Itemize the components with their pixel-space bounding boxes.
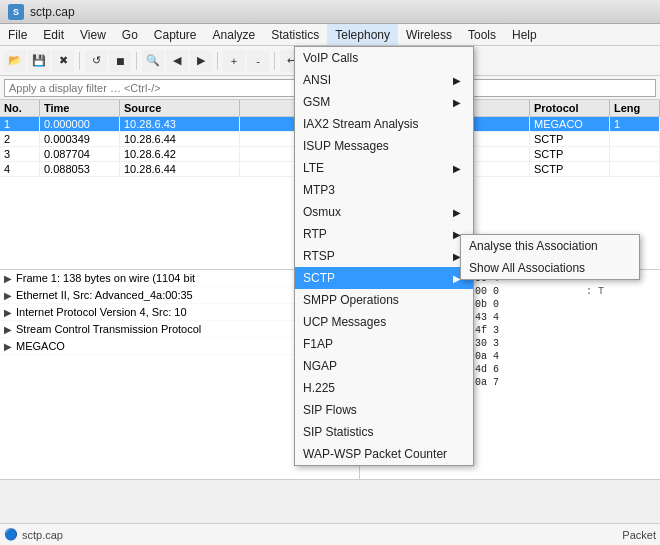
tb-sep-2	[136, 52, 137, 70]
title-bar: S sctp.cap	[0, 0, 660, 24]
tb-prev[interactable]: ◀	[166, 50, 188, 72]
submenu-arrow: ▶	[453, 97, 461, 108]
detail-label: Internet Protocol Version 4, Src: 10	[16, 306, 187, 318]
menu-sip-flows[interactable]: SIP Flows	[295, 399, 473, 421]
cell-len	[610, 147, 660, 161]
menu-capture[interactable]: Capture	[146, 24, 205, 45]
cell-no: 4	[0, 162, 40, 176]
app-icon: S	[8, 4, 24, 20]
status-bar: 🔵 sctp.cap Packet	[0, 523, 660, 545]
expand-arrow: ▶	[4, 273, 12, 284]
detail-label: Stream Control Transmission Protocol	[16, 323, 201, 335]
expand-arrow: ▶	[4, 341, 12, 352]
menu-lte[interactable]: LTE▶	[295, 157, 473, 179]
cell-src: 10.28.6.43	[120, 117, 240, 131]
cell-proto: MEGACO	[530, 117, 610, 131]
menu-f1ap[interactable]: F1AP	[295, 333, 473, 355]
menu-mtp3[interactable]: MTP3	[295, 179, 473, 201]
cell-len	[610, 132, 660, 146]
cell-time: 0.087704	[40, 147, 120, 161]
cell-proto: SCTP	[530, 147, 610, 161]
menu-isup[interactable]: ISUP Messages	[295, 135, 473, 157]
menu-smpp[interactable]: SMPP Operations	[295, 289, 473, 311]
cell-len	[610, 162, 660, 176]
tb-reload[interactable]: ↺	[85, 50, 107, 72]
menu-wap-wsp[interactable]: WAP-WSP Packet Counter	[295, 443, 473, 465]
menu-file[interactable]: File	[0, 24, 35, 45]
tb-sep-1	[79, 52, 80, 70]
tb-save[interactable]: 💾	[28, 50, 50, 72]
menu-help[interactable]: Help	[504, 24, 545, 45]
tb-stop[interactable]: ⏹	[109, 50, 131, 72]
menu-h225[interactable]: H.225	[295, 377, 473, 399]
menu-statistics[interactable]: Statistics	[263, 24, 327, 45]
menu-view[interactable]: View	[72, 24, 114, 45]
menu-sctp[interactable]: SCTP▶	[295, 267, 473, 289]
menu-gsm[interactable]: GSM▶	[295, 91, 473, 113]
menu-ansi[interactable]: ANSI▶	[295, 69, 473, 91]
submenu-arrow: ▶	[453, 163, 461, 174]
tb-sep-4	[274, 52, 275, 70]
menu-analyse-association[interactable]: Analyse this Association	[461, 235, 639, 257]
menu-bar: File Edit View Go Capture Analyze Statis…	[0, 24, 660, 46]
detail-label: Frame 1: 138 bytes on wire (1104 bit	[16, 272, 195, 284]
cell-proto: SCTP	[530, 162, 610, 176]
menu-sip-stats[interactable]: SIP Statistics	[295, 421, 473, 443]
col-no: No.	[0, 100, 40, 116]
cell-src: 10.28.6.42	[120, 147, 240, 161]
expand-arrow: ▶	[4, 324, 12, 335]
cell-src: 10.28.6.44	[120, 132, 240, 146]
tb-next[interactable]: ▶	[190, 50, 212, 72]
expand-arrow: ▶	[4, 307, 12, 318]
menu-ucp[interactable]: UCP Messages	[295, 311, 473, 333]
hex-ascii: : T	[586, 286, 656, 297]
menu-ngap[interactable]: NGAP	[295, 355, 473, 377]
col-len: Leng	[610, 100, 660, 116]
title-text: sctp.cap	[30, 5, 75, 19]
menu-tools[interactable]: Tools	[460, 24, 504, 45]
menu-voip-calls[interactable]: VoIP Calls	[295, 47, 473, 69]
cell-no: 2	[0, 132, 40, 146]
cell-time: 0.000349	[40, 132, 120, 146]
submenu-arrow: ▶	[453, 75, 461, 86]
col-time: Time	[40, 100, 120, 116]
telephony-dropdown: VoIP Calls ANSI▶ GSM▶ IAX2 Stream Analys…	[294, 46, 474, 466]
menu-rtsp[interactable]: RTSP▶	[295, 245, 473, 267]
col-source: Source	[120, 100, 240, 116]
detail-label: MEGACO	[16, 340, 65, 352]
cell-src: 10.28.6.44	[120, 162, 240, 176]
col-proto: Protocol	[530, 100, 610, 116]
status-left: 🔵 sctp.cap	[4, 528, 63, 541]
cell-len: 1	[610, 117, 660, 131]
menu-show-all-associations[interactable]: Show All Associations	[461, 257, 639, 279]
tb-open[interactable]: 📂	[4, 50, 26, 72]
menu-edit[interactable]: Edit	[35, 24, 72, 45]
tb-zoomout[interactable]: -	[247, 50, 269, 72]
menu-osmux[interactable]: Osmux▶	[295, 201, 473, 223]
cell-time: 0.088053	[40, 162, 120, 176]
cell-no: 3	[0, 147, 40, 161]
menu-wireless[interactable]: Wireless	[398, 24, 460, 45]
submenu-arrow: ▶	[453, 207, 461, 218]
cell-no: 1	[0, 117, 40, 131]
cell-time: 0.000000	[40, 117, 120, 131]
menu-analyze[interactable]: Analyze	[205, 24, 264, 45]
menu-rtp[interactable]: RTP▶	[295, 223, 473, 245]
tb-sep-3	[217, 52, 218, 70]
status-right: Packet	[622, 529, 656, 541]
status-filename: sctp.cap	[22, 529, 63, 541]
tb-close[interactable]: ✖	[52, 50, 74, 72]
status-icon: 🔵	[4, 528, 18, 541]
menu-go[interactable]: Go	[114, 24, 146, 45]
menu-telephony[interactable]: Telephony	[327, 24, 398, 45]
sctp-submenu: Analyse this Association Show All Associ…	[460, 234, 640, 280]
expand-arrow: ▶	[4, 290, 12, 301]
tb-search[interactable]: 🔍	[142, 50, 164, 72]
detail-label: Ethernet II, Src: Advanced_4a:00:35	[16, 289, 193, 301]
tb-zoomin[interactable]: +	[223, 50, 245, 72]
cell-proto: SCTP	[530, 132, 610, 146]
menu-iax2[interactable]: IAX2 Stream Analysis	[295, 113, 473, 135]
